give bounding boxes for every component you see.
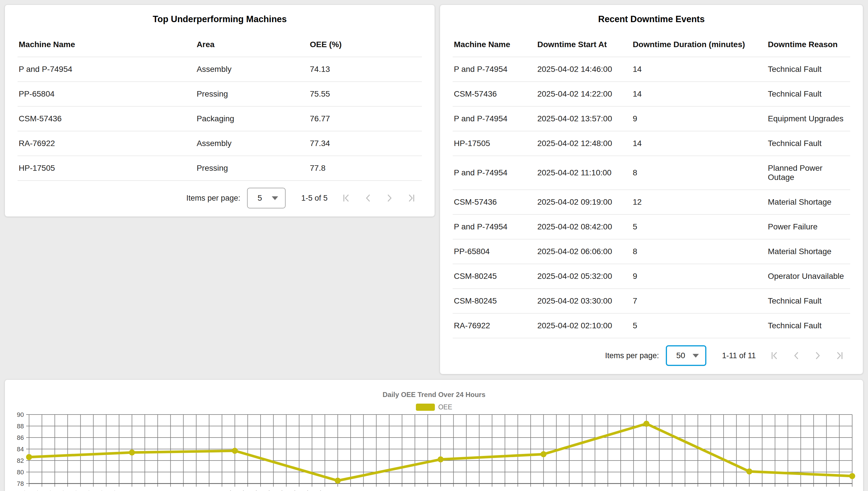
- svg-text:2025-3-29: 2025-3-29: [429, 490, 453, 491]
- svg-text:2025-3-31: 2025-3-31: [699, 490, 723, 491]
- svg-text:2025-3-28: 2025-3-28: [390, 490, 415, 491]
- svg-text:2025-3-31: 2025-3-31: [635, 490, 659, 491]
- left-paginator: Items per page: 5 1-5 of 5: [5, 181, 435, 216]
- table-cell: 74.13: [309, 57, 422, 82]
- table-cell: P and P-74954: [453, 214, 536, 239]
- page-size-select[interactable]: 50: [666, 345, 706, 366]
- svg-text:2025-3-27: 2025-3-27: [210, 490, 234, 491]
- svg-text:2025-3-27: 2025-3-27: [223, 490, 247, 491]
- svg-text:2025-3-31: 2025-3-31: [648, 490, 672, 491]
- first-page-icon[interactable]: [769, 350, 779, 361]
- table-header: Machine NameDowntime Start AtDowntime Du…: [453, 35, 850, 57]
- right-paginator: Items per page: 50 1-11 of 11: [440, 338, 863, 374]
- table-cell: 2025-04-02 12:48:00: [536, 131, 632, 156]
- svg-text:2025-3-25: 2025-3-25: [5, 490, 29, 491]
- column-header: Machine Name: [18, 35, 196, 57]
- next-page-icon[interactable]: [813, 350, 823, 361]
- table-cell: Technical Fault: [767, 82, 850, 106]
- daily-oee-trend-card: Daily OEE Trend Over 24 Hours OEE 908886…: [5, 379, 863, 491]
- svg-text:2025-3-28: 2025-3-28: [403, 490, 427, 491]
- table-cell: Material Shortage: [767, 190, 850, 214]
- svg-text:2025-3-29: 2025-3-29: [442, 490, 466, 491]
- svg-text:2025-3-31: 2025-3-31: [673, 490, 697, 491]
- svg-text:2025-3-28: 2025-3-28: [352, 490, 376, 491]
- table-cell: HP-17505: [18, 156, 196, 180]
- svg-text:2025-3-26: 2025-3-26: [120, 490, 144, 491]
- table-row: P and P-749542025-04-02 08:42:005Power F…: [453, 214, 850, 239]
- downtime-events-table: Machine NameDowntime Start AtDowntime Du…: [453, 35, 850, 338]
- first-page-icon[interactable]: [341, 193, 351, 203]
- oee-trend-line-chart: 908886848280782025-3-252025-3-252025-3-2…: [5, 411, 863, 491]
- table-cell: 8: [632, 156, 767, 190]
- svg-text:2025-3-28: 2025-3-28: [339, 490, 363, 491]
- table-cell: 5: [632, 214, 767, 239]
- table-cell: Technical Fault: [767, 313, 850, 338]
- pagination-nav: [341, 193, 417, 203]
- legend-label: OEE: [438, 403, 452, 411]
- svg-text:2025-3-27: 2025-3-27: [236, 490, 260, 491]
- svg-text:2025-3-31: 2025-3-31: [622, 490, 646, 491]
- previous-page-icon[interactable]: [363, 193, 373, 203]
- page-size-value: 5: [257, 194, 262, 203]
- svg-text:2025-3-29: 2025-3-29: [468, 490, 492, 491]
- top-row: Top Underperforming Machines Machine Nam…: [5, 5, 863, 374]
- table-cell: 77.8: [309, 156, 422, 180]
- last-page-icon[interactable]: [407, 193, 417, 203]
- top-underperforming-machines-card: Top Underperforming Machines Machine Nam…: [5, 5, 435, 217]
- svg-text:2025-3-30: 2025-3-30: [519, 490, 543, 491]
- svg-text:2025-3-26: 2025-3-26: [146, 490, 170, 491]
- svg-text:2025-3-26: 2025-3-26: [185, 490, 209, 491]
- table-row: HP-17505Pressing77.8: [18, 156, 422, 180]
- column-header: Area: [196, 35, 309, 57]
- table-cell: Packaging: [196, 106, 309, 131]
- table-header: Machine NameAreaOEE (%): [18, 35, 422, 57]
- svg-text:2025-3-28: 2025-3-28: [313, 490, 337, 491]
- svg-text:2025-3-26: 2025-3-26: [108, 490, 132, 491]
- table-cell: Assembly: [196, 131, 309, 156]
- svg-text:2025-3-25: 2025-3-25: [43, 490, 67, 491]
- svg-text:2025-3-26: 2025-3-26: [159, 490, 183, 491]
- svg-text:2025-3-27: 2025-3-27: [300, 490, 325, 491]
- column-header: Downtime Reason: [767, 35, 850, 57]
- table-cell: 9: [632, 106, 767, 131]
- table-cell: 2025-04-02 14:46:00: [536, 57, 632, 82]
- table-cell: 2025-04-02 02:10:00: [536, 313, 632, 338]
- table-cell: HP-17505: [453, 131, 536, 156]
- svg-text:2025-3-27: 2025-3-27: [262, 490, 286, 491]
- table-cell: 7: [632, 289, 767, 313]
- svg-text:90: 90: [17, 411, 24, 418]
- page-size-value: 50: [676, 351, 685, 360]
- svg-text:2025-3-26: 2025-3-26: [198, 490, 222, 491]
- table-cell: 2025-04-02 13:57:00: [536, 106, 632, 131]
- svg-text:82: 82: [17, 457, 24, 464]
- table-row: P and P-749542025-04-02 13:57:009Equipme…: [453, 106, 850, 131]
- svg-text:2025-3-28: 2025-3-28: [377, 490, 402, 491]
- page-range-label: 1-5 of 5: [301, 194, 328, 203]
- svg-text:2025-3-25: 2025-3-25: [82, 490, 106, 491]
- svg-text:2025-3-25: 2025-3-25: [30, 490, 54, 491]
- svg-text:2025-3-26: 2025-3-26: [133, 490, 157, 491]
- table-row: RA-76922Assembly77.34: [18, 131, 422, 156]
- table-cell: 76.77: [309, 106, 422, 131]
- items-per-page-label: Items per page:: [605, 351, 659, 360]
- page-size-select[interactable]: 5: [247, 188, 286, 208]
- table-cell: Assembly: [196, 57, 309, 82]
- svg-text:88: 88: [17, 423, 24, 430]
- table-cell: CSM-57436: [453, 82, 536, 106]
- table-cell: RA-76922: [453, 313, 536, 338]
- svg-text:2025-3-28: 2025-3-28: [326, 490, 350, 491]
- column-header: Downtime Duration (minutes): [632, 35, 767, 57]
- recent-downtime-events-card: Recent Downtime Events Machine NameDownt…: [440, 5, 863, 374]
- last-page-icon[interactable]: [835, 350, 845, 361]
- svg-text:2025-3-31: 2025-3-31: [686, 490, 710, 491]
- previous-page-icon[interactable]: [791, 350, 801, 361]
- svg-text:2025-3-30: 2025-3-30: [570, 490, 594, 491]
- next-page-icon[interactable]: [385, 193, 395, 203]
- svg-text:86: 86: [17, 434, 24, 441]
- table-cell: 12: [632, 190, 767, 214]
- table-cell: 2025-04-02 09:19:00: [536, 190, 632, 214]
- svg-text:2025-3-27: 2025-3-27: [275, 490, 299, 491]
- oee-dashboard: Top Underperforming Machines Machine Nam…: [0, 0, 868, 491]
- column-header: Downtime Start At: [536, 35, 632, 57]
- svg-text:2025-3-30: 2025-3-30: [558, 490, 582, 491]
